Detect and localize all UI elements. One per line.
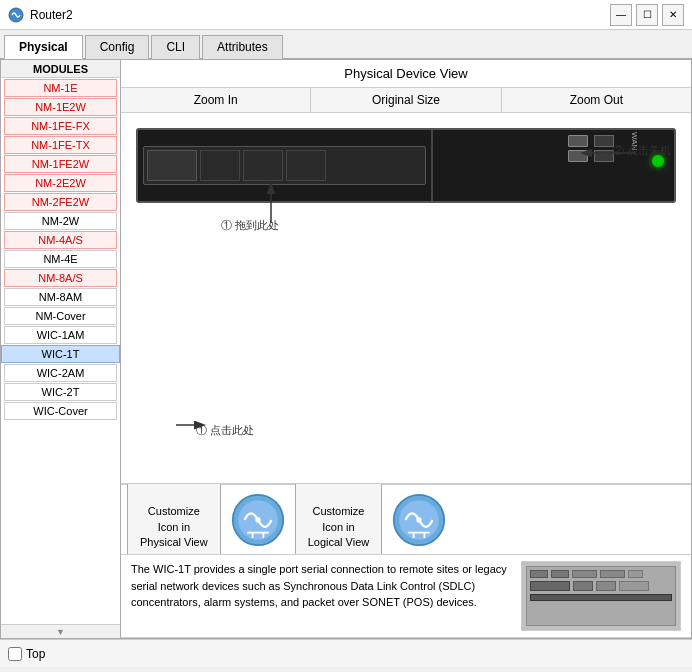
sidebar: MODULES NM-1E NM-1E2W NM-1FE-FX NM-1FE-T… (1, 60, 121, 638)
zoom-in-button[interactable]: Zoom In (121, 88, 311, 112)
sidebar-item-wic1am[interactable]: WIC-1AM (4, 326, 117, 344)
action-bar: Customize Icon in Physical View Customiz… (121, 484, 691, 554)
router-icon-physical (231, 493, 285, 547)
tab-physical[interactable]: Physical (4, 35, 83, 59)
sidebar-header: MODULES (1, 60, 120, 78)
device-view: WAN ① 拖到此处 ② 点击关机 (121, 113, 691, 484)
main-layout: MODULES NM-1E NM-1E2W NM-1FE-FX NM-1FE-T… (0, 59, 692, 639)
device-view-title: Physical Device View (121, 60, 691, 87)
wic-module-image: ③ 拖到此处 (521, 561, 681, 631)
sidebar-item-nm2fe2w[interactable]: NM-2FE2W (4, 193, 117, 211)
router-icon-logical (392, 493, 446, 547)
sidebar-item-nm2w[interactable]: NM-2W (4, 212, 117, 230)
content-area: Physical Device View Zoom In Original Si… (121, 60, 691, 638)
customize-logical-button[interactable]: Customize Icon in Logical View (295, 482, 383, 558)
sidebar-item-wic1t[interactable]: WIC-1T (1, 345, 120, 363)
annotation-switch: ② 点击关机 (613, 143, 671, 158)
sidebar-item-nm8am[interactable]: NM-8AM (4, 288, 117, 306)
original-size-button[interactable]: Original Size (311, 88, 501, 112)
sidebar-item-nm4as[interactable]: NM-4A/S (4, 231, 117, 249)
tab-attributes[interactable]: Attributes (202, 35, 283, 59)
tab-bar: Physical Config CLI Attributes (0, 30, 692, 59)
annotation-drag: ① 拖到此处 (221, 218, 279, 233)
window-title: Router2 (30, 8, 73, 22)
customize-physical-button[interactable]: Customize Icon in Physical View (127, 482, 221, 558)
top-label: Top (26, 647, 45, 661)
sidebar-item-nm1e2w[interactable]: NM-1E2W (4, 98, 117, 116)
router-icon (8, 7, 24, 23)
svg-point-15 (417, 517, 422, 522)
sidebar-item-nm2e2w[interactable]: NM-2E2W (4, 174, 117, 192)
description-text: The WIC-1T provides a single port serial… (131, 561, 511, 631)
sidebar-item-nm8as[interactable]: NM-8A/S (4, 269, 117, 287)
maximize-button[interactable]: ☐ (636, 4, 658, 26)
sidebar-item-nmcover[interactable]: NM-Cover (4, 307, 117, 325)
bottom-bar: Top (0, 639, 692, 667)
zoom-bar: Zoom In Original Size Zoom Out (121, 87, 691, 113)
router-logical-svg (392, 493, 446, 547)
sidebar-item-nm4e[interactable]: NM-4E (4, 250, 117, 268)
svg-point-9 (255, 517, 260, 522)
zoom-out-button[interactable]: Zoom Out (502, 88, 691, 112)
sidebar-item-wic2t[interactable]: WIC-2T (4, 383, 117, 401)
tab-config[interactable]: Config (85, 35, 150, 59)
sidebar-item-nm1fe2w[interactable]: NM-1FE2W (4, 155, 117, 173)
top-checkbox[interactable] (8, 647, 22, 661)
modules-list: MODULES NM-1E NM-1E2W NM-1FE-FX NM-1FE-T… (1, 60, 120, 624)
minimize-button[interactable]: — (610, 4, 632, 26)
sidebar-item-nm1fetx[interactable]: NM-1FE-TX (4, 136, 117, 154)
close-button[interactable]: ✕ (662, 4, 684, 26)
title-bar: Router2 — ☐ ✕ (0, 0, 692, 30)
sidebar-item-nm1e[interactable]: NM-1E (4, 79, 117, 97)
tab-cli[interactable]: CLI (151, 35, 200, 59)
description-area: The WIC-1T provides a single port serial… (121, 554, 691, 638)
router-physical-svg (231, 493, 285, 547)
sidebar-item-nm1fefx[interactable]: NM-1FE-FX (4, 117, 117, 135)
annotation-click: ① 点击此处 (196, 423, 254, 438)
sidebar-item-wiccover[interactable]: WIC-Cover (4, 402, 117, 420)
sidebar-item-wic2am[interactable]: WIC-2AM (4, 364, 117, 382)
